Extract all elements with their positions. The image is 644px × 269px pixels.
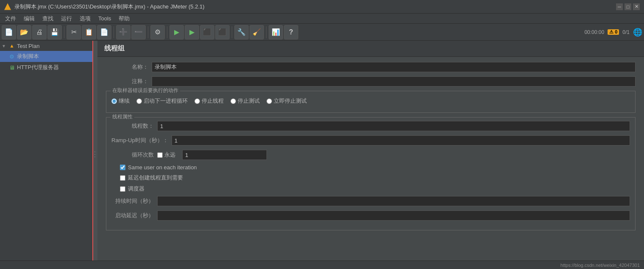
http-icon: 🖥 xyxy=(8,64,15,71)
radio-next-loop[interactable] xyxy=(136,98,142,104)
menu-help[interactable]: 帮助 xyxy=(115,14,133,23)
delay-thread-checkbox[interactable] xyxy=(120,175,125,181)
radio-stop-test[interactable] xyxy=(230,98,236,104)
loop-count-input[interactable] xyxy=(182,150,267,160)
stop-now-button[interactable]: ⬛ xyxy=(215,25,230,39)
same-user-row: Same user on each iteration xyxy=(111,164,630,171)
action-stop-test-now[interactable]: 立即停止测试 xyxy=(266,97,307,105)
sidebar: ▼ ▲ Test Plan ⚙ 录制脚本 🖥 HTTP代理服务器 xyxy=(0,41,93,269)
stop-button[interactable]: ⬛ xyxy=(200,25,214,39)
remove-button[interactable]: ➖ xyxy=(131,25,146,39)
stop-test-label: 停止测试 xyxy=(238,97,260,105)
duration-input[interactable] xyxy=(157,196,630,206)
name-label: 名称： xyxy=(106,63,148,71)
paste-button[interactable]: 📄 xyxy=(97,25,111,39)
help-button[interactable]: ? xyxy=(284,25,298,39)
title-bar: 录制脚本.jmx (C:\Users\23501\Desktop\录制脚本.jm… xyxy=(0,0,644,14)
name-input[interactable] xyxy=(152,62,636,72)
thread-count-label: 线程数： xyxy=(111,122,154,130)
expand-arrow-test-plan: ▼ xyxy=(2,44,6,48)
menu-file[interactable]: 文件 xyxy=(2,14,19,23)
error-actions-row: 继续 启动下一进程循环 停止线程 停止测试 xyxy=(111,95,630,107)
menu-tools[interactable]: Tools xyxy=(95,14,114,22)
sidebar-item-http-proxy[interactable]: 🖥 HTTP代理服务器 xyxy=(0,62,92,73)
timer-display: 00:00:00 xyxy=(584,29,604,35)
status-url: https://blog.csdn.net/weixin_42047301 xyxy=(561,263,640,268)
action-stop-thread[interactable]: 停止线程 xyxy=(194,97,224,105)
collapse-handle[interactable]: ··· xyxy=(93,41,97,269)
monitor-button[interactable]: 🔧 xyxy=(234,25,249,39)
menu-run[interactable]: 运行 xyxy=(58,14,75,23)
duration-label: 持续时间（秒） xyxy=(111,197,154,205)
print-button[interactable]: 🖨 xyxy=(32,25,47,39)
continue-label: 继续 xyxy=(119,97,130,105)
window-title: 录制脚本.jmx (C:\Users\23501\Desktop\录制脚本.jm… xyxy=(14,3,205,11)
stop-test-now-label: 立即停止测试 xyxy=(274,97,307,105)
test-plan-icon: ▲ xyxy=(8,42,15,49)
action-next-loop[interactable]: 启动下一进程循环 xyxy=(136,97,188,105)
delay-thread-row: 延迟创建线程直到需要 xyxy=(111,174,630,182)
action-continue[interactable]: 继续 xyxy=(111,97,130,105)
menu-find[interactable]: 查找 xyxy=(39,14,57,23)
status-bar: https://blog.csdn.net/weixin_42047301 xyxy=(0,261,644,269)
list-button[interactable]: 📊 xyxy=(269,25,283,39)
menu-options[interactable]: 选项 xyxy=(76,14,94,23)
toolbar-separator-1 xyxy=(64,26,64,38)
play-button[interactable]: ▶ xyxy=(169,25,184,39)
comment-input[interactable] xyxy=(152,76,636,87)
settings-button[interactable]: ⚙ xyxy=(150,25,165,39)
toolbar-separator-5 xyxy=(232,26,232,38)
window-controls[interactable]: ─ □ ✕ xyxy=(616,3,640,10)
radio-continue[interactable] xyxy=(111,98,117,104)
ramp-up-label: Ramp-Up时间（秒）： xyxy=(111,137,168,144)
comment-label: 注释： xyxy=(106,78,148,85)
save-button[interactable]: 💾 xyxy=(47,25,62,39)
startup-delay-input[interactable] xyxy=(157,210,630,221)
http-proxy-label: HTTP代理服务器 xyxy=(17,64,59,71)
content-area: 线程组 名称： 注释： 在取样器错误后要执行的动作 继续 xyxy=(97,41,644,269)
action-stop-test[interactable]: 停止测试 xyxy=(230,97,260,105)
toolbar-right: 00:00:00 ⚠ 0 0/1 🌐 xyxy=(584,28,642,37)
form-area: 名称： 注释： 在取样器错误后要执行的动作 继续 启动下一进 xyxy=(97,57,644,240)
toolbar-separator-4 xyxy=(167,26,167,38)
broom-button[interactable]: 🧹 xyxy=(250,25,264,39)
thread-count-input[interactable] xyxy=(157,121,630,131)
name-row: 名称： xyxy=(106,62,636,72)
scheduler-label: 调度器 xyxy=(128,185,144,193)
new-button[interactable]: 📄 xyxy=(2,25,16,39)
sidebar-item-recording[interactable]: ⚙ 录制脚本 xyxy=(0,51,92,62)
toolbar-separator-2 xyxy=(114,26,114,38)
startup-delay-label: 启动延迟（秒） xyxy=(111,212,154,219)
cut-button[interactable]: ✂ xyxy=(67,25,81,39)
comment-row: 注释： xyxy=(106,76,636,87)
ramp-up-input[interactable] xyxy=(172,135,630,146)
maximize-button[interactable]: □ xyxy=(625,3,631,10)
globe-icon: 🌐 xyxy=(633,28,642,37)
startup-delay-row: 启动延迟（秒） xyxy=(111,210,630,221)
add-button[interactable]: ➕ xyxy=(116,25,130,39)
thread-props-legend: 线程属性 xyxy=(111,113,134,120)
next-loop-label: 启动下一进程循环 xyxy=(144,97,188,105)
thread-props-section: 线程属性 线程数： Ramp-Up时间（秒）： 循环次数 永远 xyxy=(106,117,636,230)
scheduler-row: 调度器 xyxy=(111,185,630,193)
forever-checkbox-label[interactable]: 永远 xyxy=(157,151,175,159)
ramp-up-row: Ramp-Up时间（秒）： xyxy=(111,135,630,146)
forever-checkbox[interactable] xyxy=(157,152,163,158)
radio-stop-test-now[interactable] xyxy=(266,98,272,104)
minimize-button[interactable]: ─ xyxy=(616,3,623,10)
warning-badge: ⚠ 0 xyxy=(608,29,619,35)
menu-edit[interactable]: 编辑 xyxy=(20,14,38,23)
thread-count-row: 线程数： xyxy=(111,121,630,131)
count-badge: 0/1 xyxy=(622,29,630,35)
open-button[interactable]: 📂 xyxy=(17,25,31,39)
forever-label: 永远 xyxy=(164,151,175,159)
error-section: 在取样器错误后要执行的动作 继续 启动下一进程循环 停止线程 xyxy=(106,91,636,113)
menu-bar: 文件 编辑 查找 运行 选项 Tools 帮助 xyxy=(0,14,644,24)
sidebar-item-test-plan[interactable]: ▼ ▲ Test Plan xyxy=(0,41,92,51)
same-user-checkbox[interactable] xyxy=(120,165,125,170)
scheduler-checkbox[interactable] xyxy=(120,186,125,192)
copy-button[interactable]: 📋 xyxy=(82,25,96,39)
radio-stop-thread[interactable] xyxy=(194,98,200,104)
play-check-button[interactable]: ▶ xyxy=(185,25,199,39)
close-button[interactable]: ✕ xyxy=(633,3,640,10)
